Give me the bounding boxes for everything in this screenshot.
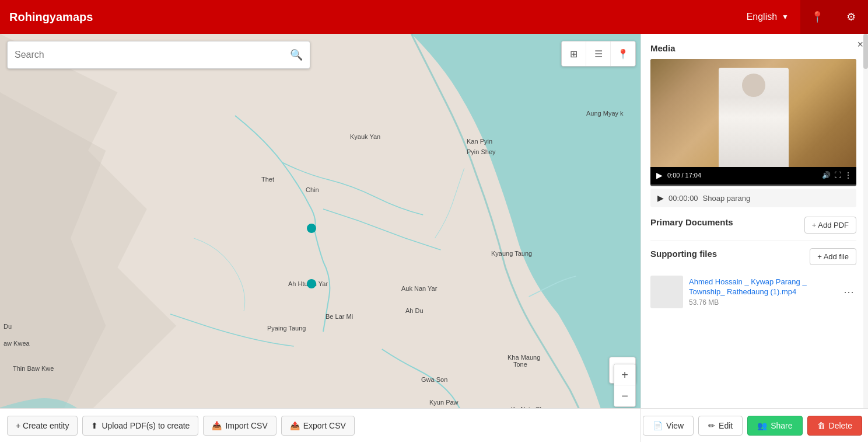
video-play-btn[interactable]: ▶ (655, 169, 664, 181)
map-view-toggle: ⊞ ☰ 📍 (561, 41, 636, 67)
panel-close-btn[interactable]: × (857, 39, 863, 51)
upload-pdf-btn[interactable]: ⬆ Upload PDF(s) to create (82, 416, 198, 436)
share-btn[interactable]: 👥 Share (747, 416, 802, 436)
video-time: 0:00 / 17:04 (667, 172, 818, 179)
map-svg (0, 34, 640, 442)
add-pdf-label: + Add PDF (812, 221, 849, 229)
search-input[interactable] (15, 50, 290, 60)
primary-docs-header: Primary Documents + Add PDF (650, 217, 856, 234)
panel-scrollable[interactable]: Media ▶ 0:00 / 17:04 🔊 ⛶ ⋮ (641, 34, 868, 408)
right-panel: × Media ▶ 0:00 / 17:04 🔊 (640, 34, 868, 442)
location-icon-btn[interactable]: 📍 (800, 0, 834, 34)
export-icon: 📤 (290, 421, 300, 430)
share-label: Share (771, 421, 792, 430)
primary-docs-title: Primary Documents (650, 217, 733, 227)
import-csv-btn[interactable]: 📥 Import CSV (203, 416, 276, 436)
search-icon: 🔍 (290, 48, 303, 61)
file-size: 53.76 MB (689, 298, 835, 307)
pin-view-btn[interactable]: 📍 (611, 41, 635, 66)
supporting-files-header: Supporting files + Add file (650, 248, 856, 265)
share-icon: 👥 (757, 421, 767, 430)
file-name[interactable]: Ahmed Hossain _ Kywap Parang _ Township_… (689, 277, 835, 297)
video-fullscreen-btn[interactable]: ⛶ (834, 171, 841, 179)
language-label: English (747, 12, 777, 22)
list-view-btn[interactable]: ☰ (586, 41, 611, 66)
edit-btn[interactable]: ✏ Edit (698, 416, 743, 436)
divider-1 (650, 241, 856, 241)
edit-icon: ✏ (708, 421, 715, 430)
upload-icon: ⬆ (91, 421, 98, 430)
video-placeholder (650, 59, 856, 167)
delete-icon: 🗑 (817, 421, 825, 430)
view-label: View (666, 421, 684, 430)
zoom-out-btn[interactable]: − (614, 385, 635, 406)
media-section-title: Media (650, 43, 856, 53)
scrollbar-track (863, 34, 868, 408)
file-more-btn[interactable]: ⋯ (841, 283, 856, 301)
create-entity-btn[interactable]: + Create entity (7, 416, 78, 436)
video-controls-bar: ▶ 0:00 / 17:04 🔊 ⛶ ⋮ (650, 167, 856, 183)
video-container: ▶ 0:00 / 17:04 🔊 ⛶ ⋮ (650, 59, 856, 186)
zoom-controls: + − (614, 364, 636, 407)
delete-label: Delete (829, 421, 852, 430)
settings-icon-btn[interactable]: ⚙ (834, 0, 868, 34)
pin-icon: 📍 (617, 48, 629, 60)
header-right: English ▼ 📍 ⚙ (735, 0, 868, 34)
export-csv-label: Export CSV (303, 421, 346, 430)
video-more-btn[interactable]: ⋮ (845, 171, 852, 179)
grid-icon: ⊞ (570, 48, 578, 60)
map-container: 🔍 ⊞ ☰ 📍 (0, 34, 640, 442)
add-pdf-btn[interactable]: + Add PDF (804, 217, 856, 234)
audio-time: 00:00:00 (668, 194, 698, 203)
language-selector[interactable]: English ▼ (735, 0, 800, 34)
zoom-in-btn[interactable]: + (614, 364, 635, 385)
search-bar: 🔍 (7, 41, 310, 69)
grid-view-btn[interactable]: ⊞ (562, 41, 586, 66)
file-thumbnail (650, 276, 683, 308)
add-file-label: + Add file (817, 252, 849, 261)
person-figure (719, 68, 789, 167)
panel-footer: 📄 View ✏ Edit 👥 Share 🗑 Delete (641, 408, 868, 442)
import-icon: 📥 (212, 421, 222, 430)
video-volume-btn[interactable]: 🔊 (822, 171, 831, 179)
supporting-files-title: Supporting files (650, 249, 717, 259)
header: Rohingyamaps English ▼ 📍 ⚙ (0, 0, 868, 34)
add-file-btn[interactable]: + Add file (810, 248, 856, 265)
view-btn[interactable]: 📄 View (643, 416, 694, 436)
app-title: Rohingyamaps (9, 11, 93, 24)
upload-pdf-label: Upload PDF(s) to create (102, 421, 190, 430)
file-info: Ahmed Hossain _ Kywap Parang _ Township_… (689, 277, 835, 307)
view-icon: 📄 (653, 421, 663, 430)
main-content: 🔍 ⊞ ☰ 📍 (0, 34, 868, 442)
list-icon: ☰ (594, 48, 603, 60)
file-item: Ahmed Hossain _ Kywap Parang _ Township_… (650, 271, 856, 313)
delete-btn[interactable]: 🗑 Delete (807, 416, 862, 436)
scrollbar-thumb[interactable] (863, 34, 868, 69)
map-background[interactable]: Kyauk Yan Kan Pyin Pyin Shey Thet Chin A… (0, 34, 640, 442)
audio-title: Shoap parang (703, 194, 751, 203)
create-entity-label: + Create entity (16, 421, 69, 430)
export-csv-btn[interactable]: 📤 Export CSV (281, 416, 355, 436)
map-marker-2[interactable] (307, 279, 316, 288)
chevron-down-icon: ▼ (782, 13, 789, 21)
person-head (742, 74, 765, 97)
map-marker-1[interactable] (307, 224, 316, 233)
video-progress-bar[interactable] (650, 185, 856, 186)
audio-play-btn[interactable]: ▶ (657, 193, 664, 203)
import-csv-label: Import CSV (225, 421, 267, 430)
edit-label: Edit (719, 421, 733, 430)
audio-row: ▶ 00:00:00 Shoap parang (650, 189, 856, 207)
bottom-toolbar: + Create entity ⬆ Upload PDF(s) to creat… (0, 408, 640, 442)
